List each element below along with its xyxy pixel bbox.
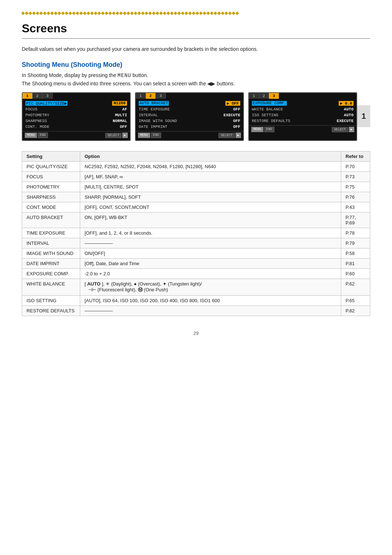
table-cell-setting-8: INTERVAL: [22, 238, 80, 248]
table-cell-option-6: ON, [OFF], WB-BKT: [80, 212, 341, 228]
screen-tab-2-1[interactable]: 1: [136, 93, 146, 99]
table-cell-option-8: ——————: [80, 238, 341, 248]
table-row: EXPOSURE COMP.-2.0 to + 2.0P.60: [22, 269, 370, 279]
cam-row-2-5: DATE IMPRINTOFF: [136, 124, 243, 130]
diamond-decoration: [134, 11, 138, 15]
cam-footer-btn-2-1[interactable]: MENU: [138, 133, 150, 138]
diamond-decoration: [152, 11, 156, 15]
cam-row-label-1-1: PIC QUALITY/SIZE▶: [25, 101, 68, 106]
table-row: CONT. MODE[OFF], CONT, SCONT,MCONTP.43: [22, 202, 370, 212]
cam-row-3-4: RESTORE DEFAULTSEXECUTE: [249, 118, 356, 124]
cam-footer-btn-3-2[interactable]: END: [264, 127, 274, 132]
diamond-decoration: [58, 11, 61, 15]
screens-row: 123PIC QUALITY/SIZE▶N1280FOCUSAFPHOTOMET…: [22, 92, 370, 141]
cam-footer-right-2: SELECT▶: [219, 133, 241, 138]
cam-row-1-3: PHOTOMETRYMULTI: [23, 112, 130, 118]
cam-footer-btn-1-1[interactable]: MENU: [25, 133, 37, 138]
cam-row-label-2-1: AUTO BRACKET: [139, 101, 169, 106]
cam-row-label-2-4: IMAGE WITH SOUND: [139, 119, 177, 123]
cam-select-label-3: SELECT: [332, 127, 348, 132]
table-cell-setting-12: WHITE BALANCE: [22, 279, 80, 296]
cam-footer-btn-2-2[interactable]: END: [151, 133, 161, 138]
table-cell-option-4: SHARP, [NORMAL], SOFT: [80, 192, 341, 202]
cam-row-2-3: INTERVALEXECUTE: [136, 112, 243, 118]
diamond-decoration: [199, 11, 203, 15]
cam-footer-btn-3-1[interactable]: MENU: [251, 127, 264, 132]
cam-row-label-1-4: SHARPNESS: [25, 119, 47, 123]
screen-tab-3-2[interactable]: 2: [259, 93, 269, 99]
diamond-decoration: [50, 11, 54, 15]
cam-select-label-2: SELECT: [219, 133, 234, 138]
cam-row-value-3-1: ▶ 0.0: [339, 101, 354, 106]
screen-tabs-3: 123: [249, 93, 356, 99]
cam-row-label-1-2: FOCUS: [25, 107, 37, 112]
cam-row-2-4: IMAGE WITH SOUNDOFF: [136, 118, 243, 124]
table-cell-setting-13: ISO SETTING: [22, 296, 80, 306]
cam-row-2-2: TIME EXPOSUREOFF: [136, 106, 243, 112]
cam-row-label-1-5: CONT. MODE: [25, 125, 49, 129]
table-row: AUTO BRACKETON, [OFF], WB-BKTP.77, P.69: [22, 212, 370, 228]
screen-tab-1-3[interactable]: 3: [42, 93, 53, 99]
cam-footer-2: MENUENDSELECT▶: [136, 131, 243, 138]
cam-row-value-1-5: OFF: [120, 125, 127, 129]
table-cell-refer-6: P.77, P.69: [341, 212, 370, 228]
screen-tab-1-2[interactable]: 2: [33, 93, 43, 99]
diamond-decoration: [105, 11, 109, 15]
screen-tab-1-1[interactable]: 1: [23, 93, 33, 99]
cam-row-1-4: SHARPNESSNORMAL: [23, 118, 130, 124]
diamond-decoration: [185, 11, 188, 15]
table-cell-refer-14: P.82: [341, 306, 370, 316]
diamond-decoration: [217, 11, 221, 15]
diamond-decoration: [130, 11, 134, 15]
cam-row-label-2-5: DATE IMPRINT: [139, 125, 167, 129]
diamond-decoration: [148, 11, 152, 15]
cam-select-arrow-2[interactable]: ▶: [236, 133, 241, 138]
page-title: Screens: [22, 22, 370, 39]
intro-text: Default values set when you purchased yo…: [22, 45, 370, 53]
cam-select-arrow-1[interactable]: ▶: [122, 133, 128, 138]
diamond-decoration: [116, 11, 119, 15]
diamond-decoration: [112, 11, 116, 15]
diamond-decoration: [188, 11, 192, 15]
diamond-decoration: [192, 11, 196, 15]
cam-footer-left-3: MENUEND: [251, 127, 274, 132]
table-cell-refer-7: P.78: [341, 228, 370, 238]
cam-footer-1: MENUENDSELECT▶: [23, 131, 130, 138]
table-cell-setting-9: IMAGE WITH SOUND: [22, 248, 80, 259]
col-header-refer: Refer to: [341, 151, 370, 162]
section-title: Shooting Menu (Shooting Mode): [22, 61, 370, 69]
table-cell-refer-9: P.58: [341, 248, 370, 259]
diamond-decoration: [79, 11, 83, 15]
cam-select-arrow-3[interactable]: ▶: [349, 127, 354, 132]
cam-row-value-2-1: ▶ OFF: [225, 101, 240, 106]
table-cell-option-14: ——————: [80, 306, 341, 316]
table-cell-refer-8: P.79: [341, 238, 370, 248]
cam-row-label-3-3: ISO SETTING: [252, 113, 278, 117]
table-cell-setting-6: AUTO BRACKET: [22, 212, 80, 228]
table-row: ISO SETTING[AUTO], ISO 64, ISO 100, ISO …: [22, 296, 370, 306]
table-row: DATE IMPRINT[Off], Date, Date and TimeP.…: [22, 259, 370, 269]
table-cell-setting-10: DATE IMPRINT: [22, 259, 80, 269]
screen-tab-3-3[interactable]: 3: [269, 93, 279, 99]
diamond-decoration: [181, 11, 185, 15]
diamond-decoration: [167, 11, 170, 15]
screen-tab-3-1[interactable]: 1: [249, 93, 259, 99]
diamond-decoration: [236, 11, 239, 15]
diamond-decoration: [101, 11, 105, 15]
diamond-decoration: [138, 11, 141, 15]
settings-table: Setting Option Refer to PIC QUALITY/SIZE…: [22, 151, 370, 316]
table-row: FOCUS[AF], MF, SNAP, ∞P.73: [22, 172, 370, 182]
diamond-decoration: [225, 11, 228, 15]
screen-tab-2-2[interactable]: 2: [146, 93, 156, 99]
table-cell-option-1: NC2592, F2592, N2592, F2048, N2048, F128…: [80, 162, 341, 172]
cam-footer-btn-1-2[interactable]: END: [38, 133, 48, 138]
table-cell-setting-7: TIME EXPOSURE: [22, 228, 80, 238]
cam-row-3-2: WHITE BALANCEAUTO: [249, 106, 356, 112]
screen-tab-2-3[interactable]: 3: [156, 93, 166, 99]
cam-row-label-1-3: PHOTOMETRY: [25, 113, 49, 117]
diamond-decoration: [159, 11, 163, 15]
diamond-decoration: [69, 11, 72, 15]
cam-row-1-5: CONT. MODEOFF: [23, 124, 130, 130]
table-cell-option-2: [AF], MF, SNAP, ∞: [80, 172, 341, 182]
table-cell-setting-11: EXPOSURE COMP.: [22, 269, 80, 279]
